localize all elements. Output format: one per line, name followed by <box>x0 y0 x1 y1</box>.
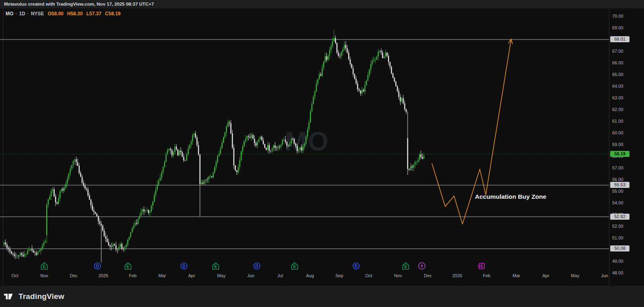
low-label: L <box>86 11 89 16</box>
projection-arrowhead <box>511 39 512 44</box>
symbol-interval: 1D <box>19 11 25 16</box>
publication-title: Metavulus created with TradingView.com, … <box>0 0 154 8</box>
open-value: 58.00 <box>52 11 64 16</box>
legend-separator: · <box>15 11 17 16</box>
candlestick-series <box>4 30 425 263</box>
annotation-accumulation-buy-zone[interactable]: Accumulation Buy Zone <box>475 193 546 200</box>
legend-separator: · <box>27 11 29 16</box>
symbol-name: MO <box>6 11 13 16</box>
open-label: O <box>47 11 51 16</box>
low-value: 57.37 <box>89 11 101 16</box>
close-label: C <box>105 11 109 16</box>
chart-canvas[interactable]: MO <box>0 0 644 307</box>
footer-bar: TradingView <box>0 286 644 307</box>
tradingview-logo-icon[interactable] <box>4 293 15 300</box>
high-value: 58.30 <box>70 11 83 16</box>
symbol-exchange: NYSE <box>31 11 44 16</box>
publication-header: Metavulus created with TradingView.com, … <box>0 0 644 8</box>
symbol-legend[interactable]: MO·1D·NYSEO58.00H58.30L57.37C58.19 <box>6 11 121 16</box>
tradingview-chart-window: MO Metavulus created with TradingView.co… <box>0 0 644 307</box>
tradingview-brand-text[interactable]: TradingView <box>19 292 64 301</box>
close-value: 58.19 <box>109 11 121 16</box>
